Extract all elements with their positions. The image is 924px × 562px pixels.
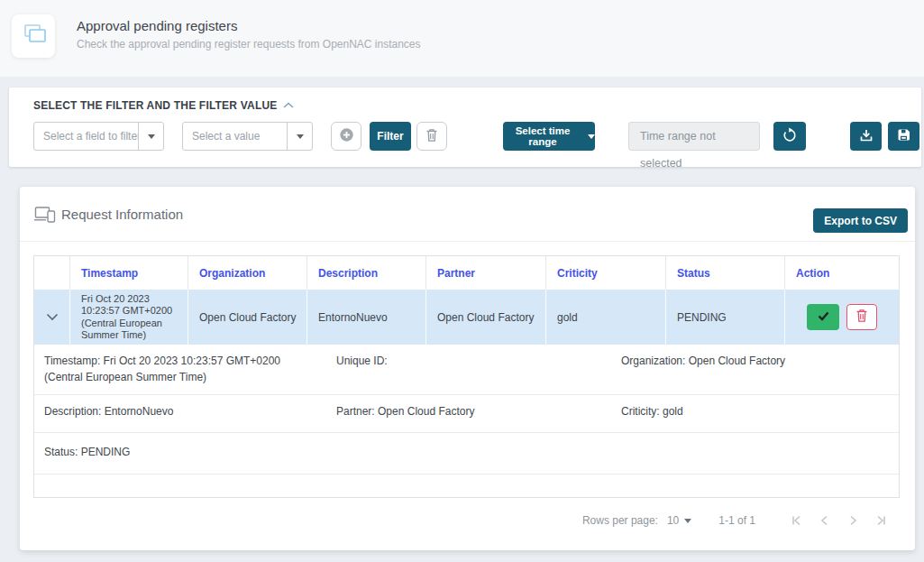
- detail-status: Status: PENDING: [44, 444, 319, 460]
- cell-timestamp: Fri Oct 20 2023 10:23:57 GMT+0200 (Centr…: [70, 290, 188, 345]
- download-button[interactable]: [850, 122, 882, 151]
- windows-stack-icon: [20, 23, 47, 50]
- detail-timestamp: Timestamp: Fri Oct 20 2023 10:23:57 GMT+…: [44, 353, 319, 385]
- page-subtitle: Check the approval pending register requ…: [77, 38, 421, 51]
- page-icon-card: [12, 14, 55, 58]
- rows-per-page-select[interactable]: 10: [667, 514, 691, 527]
- card-title: Request Information: [61, 207, 183, 222]
- refresh-icon: [782, 127, 798, 146]
- cell-organization: Open Cloud Factory: [188, 290, 307, 345]
- last-page-button[interactable]: [874, 513, 888, 528]
- first-page-button[interactable]: [790, 513, 804, 528]
- request-information-header: Request Information Export to CSV: [20, 187, 915, 242]
- column-header-action[interactable]: Action: [785, 256, 899, 290]
- column-header-description[interactable]: Description: [307, 256, 426, 290]
- expanded-detail-row-3: Status: PENDING: [34, 433, 899, 474]
- field-filter-caret-button[interactable]: [138, 123, 163, 150]
- detail-description: Description: EntornoNuevo: [44, 403, 319, 419]
- save-floppy-icon: [897, 128, 910, 144]
- table-row: Fri Oct 20 2023 10:23:57 GMT+0200 (Centr…: [34, 290, 899, 345]
- next-page-button[interactable]: [846, 513, 860, 528]
- detail-organization: Organization: Open Cloud Factory: [621, 353, 785, 369]
- row-expander[interactable]: [34, 290, 70, 345]
- last-page-icon: [874, 513, 888, 528]
- chevron-down-icon: [684, 519, 691, 523]
- filter-section-label: SELECT THE FILTER AND THE FILTER VALUE: [33, 99, 294, 112]
- cell-partner: Open Cloud Factory: [426, 290, 546, 345]
- filter-section-label-text: SELECT THE FILTER AND THE FILTER VALUE: [33, 99, 277, 112]
- detail-criticity: Criticity: gold: [621, 403, 683, 419]
- check-icon: [817, 309, 830, 325]
- column-header-partner[interactable]: Partner: [426, 256, 546, 290]
- expander-column-header: [34, 256, 70, 290]
- cell-criticity: gold: [546, 290, 666, 345]
- clear-filter-button[interactable]: [416, 122, 447, 151]
- devices-icon: [34, 206, 56, 227]
- trash-icon: [855, 309, 868, 326]
- rows-per-page-label: Rows per page:: [582, 514, 658, 527]
- detail-partner: Partner: Open Cloud Factory: [336, 403, 474, 419]
- rows-per-page-value: 10: [667, 514, 679, 527]
- collapse-chevron-up-icon[interactable]: [283, 99, 294, 112]
- page-header: Approval pending registers Check the app…: [0, 0, 924, 77]
- column-header-status[interactable]: Status: [666, 256, 785, 290]
- previous-page-button[interactable]: [818, 513, 832, 528]
- save-icon-button[interactable]: [888, 122, 919, 151]
- approval-pending-registers-page: { "header": { "title": "Approval pending…: [0, 0, 924, 562]
- field-filter-select-value: Select a field to filter: [34, 123, 138, 150]
- trash-icon: [425, 128, 438, 145]
- column-header-criticity[interactable]: Criticity: [546, 256, 666, 290]
- approve-button[interactable]: [807, 304, 839, 330]
- cell-action: [785, 290, 899, 345]
- chevron-down-icon: [46, 311, 59, 324]
- pagination-bar: Rows per page: 10 1-1 of 1: [20, 504, 915, 537]
- download-icon: [859, 128, 874, 145]
- value-filter-select-value: Select a value: [183, 123, 287, 150]
- select-time-range-button[interactable]: Select time range: [503, 122, 595, 151]
- pagination-range: 1-1 of 1: [718, 514, 755, 527]
- pagination-nav: [790, 513, 888, 528]
- column-header-organization[interactable]: Organization: [188, 256, 307, 290]
- cell-description: EntornoNuevo: [307, 290, 426, 345]
- requests-table: Timestamp Organization Description Partn…: [33, 255, 900, 498]
- expanded-detail-row-1: Timestamp: Fri Oct 20 2023 10:23:57 GMT+…: [34, 345, 899, 395]
- value-filter-select[interactable]: Select a value: [182, 122, 313, 151]
- export-to-csv-button[interactable]: Export to CSV: [813, 208, 908, 233]
- value-filter-caret-button[interactable]: [287, 123, 312, 150]
- detail-unique-id: Unique ID:: [336, 353, 388, 369]
- first-page-icon: [790, 513, 804, 528]
- next-page-icon: [846, 513, 860, 528]
- filter-panel: SELECT THE FILTER AND THE FILTER VALUE S…: [9, 88, 921, 167]
- page-title: Approval pending registers: [77, 18, 237, 33]
- expanded-detail-row-2: Description: EntornoNuevo Partner: Open …: [34, 395, 899, 433]
- request-information-card: Request Information Export to CSV Timest…: [20, 187, 915, 550]
- previous-page-icon: [818, 513, 832, 528]
- chevron-down-icon: [297, 134, 304, 139]
- delete-button[interactable]: [846, 304, 877, 330]
- plus-circle-icon: [339, 127, 354, 145]
- field-filter-select[interactable]: Select a field to filter: [33, 122, 164, 151]
- add-filter-button[interactable]: [331, 122, 361, 151]
- select-time-range-label: Select time range: [503, 125, 582, 147]
- refresh-button[interactable]: [773, 122, 806, 151]
- table-header-row: Timestamp Organization Description Partn…: [34, 256, 899, 290]
- time-range-status-field: Time range not selected: [628, 122, 760, 151]
- column-header-timestamp[interactable]: Timestamp: [70, 256, 188, 290]
- chevron-down-icon: [588, 134, 595, 139]
- filter-button[interactable]: Filter: [370, 122, 411, 151]
- chevron-down-icon: [148, 134, 155, 139]
- cell-status: PENDING: [666, 290, 785, 345]
